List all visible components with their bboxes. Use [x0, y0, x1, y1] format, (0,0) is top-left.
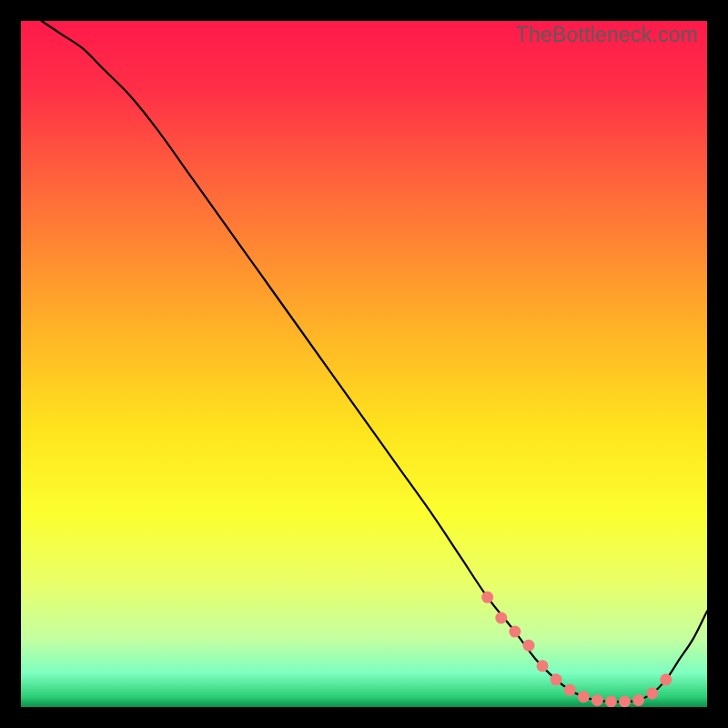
plot-area: TheBottleneck.com [21, 21, 707, 707]
watermark-text: TheBottleneck.com [516, 23, 698, 47]
marker-dot [646, 687, 658, 699]
marker-dot [522, 640, 534, 652]
marker-dot [619, 695, 631, 707]
chart-frame: TheBottleneck.com [0, 0, 728, 728]
bottleneck-curve [42, 21, 707, 702]
highlighted-points [481, 592, 672, 707]
marker-dot [660, 673, 672, 685]
marker-dot [632, 694, 644, 706]
marker-dot [551, 673, 562, 685]
marker-dot [509, 626, 521, 638]
marker-dot [592, 694, 603, 706]
marker-dot [495, 612, 507, 623]
marker-dot [578, 691, 590, 703]
marker-dot [537, 660, 549, 672]
curve-layer [21, 21, 707, 707]
marker-dot [605, 695, 617, 707]
marker-dot [481, 592, 493, 603]
marker-dot [564, 684, 576, 696]
